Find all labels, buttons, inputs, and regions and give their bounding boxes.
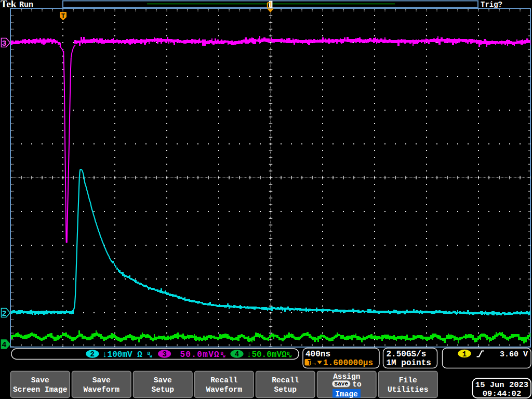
svg-text:Save: Save	[31, 376, 49, 384]
svg-text:Save: Save	[92, 376, 111, 384]
svg-text:3: 3	[162, 350, 166, 358]
svg-text:1.600000µs: 1.600000µs	[323, 358, 373, 368]
svg-text:↓100mV Ω: ↓100mV Ω	[102, 350, 142, 360]
svg-text:50.0mVΩ: 50.0mVΩ	[180, 350, 220, 360]
svg-text:Run: Run	[19, 1, 33, 9]
svg-text:2.50GS/s: 2.50GS/s	[387, 350, 427, 359]
svg-text:Setup: Setup	[151, 385, 174, 394]
svg-text:T: T	[308, 360, 311, 367]
svg-text:2: 2	[90, 350, 95, 358]
svg-text:Utilities: Utilities	[388, 385, 428, 394]
svg-text:4: 4	[2, 341, 6, 350]
svg-text:3: 3	[2, 39, 6, 48]
svg-text:→: →	[312, 359, 316, 367]
svg-text:2: 2	[2, 310, 6, 318]
svg-text:1: 1	[462, 350, 467, 358]
svg-text:400ns: 400ns	[305, 350, 330, 359]
svg-text:Setup: Setup	[274, 385, 297, 394]
svg-text:Recall: Recall	[210, 376, 238, 384]
svg-text:↓50.0mVΩ: ↓50.0mVΩ	[247, 350, 287, 360]
svg-text:to: to	[352, 380, 362, 389]
svg-text:W: W	[223, 354, 225, 358]
svg-text:File: File	[399, 376, 417, 384]
svg-text:Save: Save	[335, 381, 349, 387]
svg-text:Waveform: Waveform	[206, 385, 242, 394]
svg-text:Screen Image: Screen Image	[13, 385, 67, 394]
svg-text:T: T	[61, 13, 65, 20]
svg-text:Trig?: Trig?	[481, 1, 502, 9]
svg-text:09:44:02: 09:44:02	[483, 389, 521, 398]
svg-text:Recall: Recall	[272, 376, 299, 384]
svg-text:W: W	[150, 354, 152, 358]
svg-text:1M points: 1M points	[387, 358, 431, 368]
svg-text:Save: Save	[154, 376, 172, 384]
svg-text:4: 4	[235, 350, 239, 358]
svg-text:15 Jun 2023: 15 Jun 2023	[475, 380, 528, 390]
svg-text:Waveform: Waveform	[83, 385, 119, 394]
svg-text:3.60 V: 3.60 V	[500, 350, 528, 359]
svg-text:Assign: Assign	[333, 373, 360, 381]
svg-text:Image: Image	[335, 390, 358, 398]
svg-text:W: W	[289, 354, 292, 358]
